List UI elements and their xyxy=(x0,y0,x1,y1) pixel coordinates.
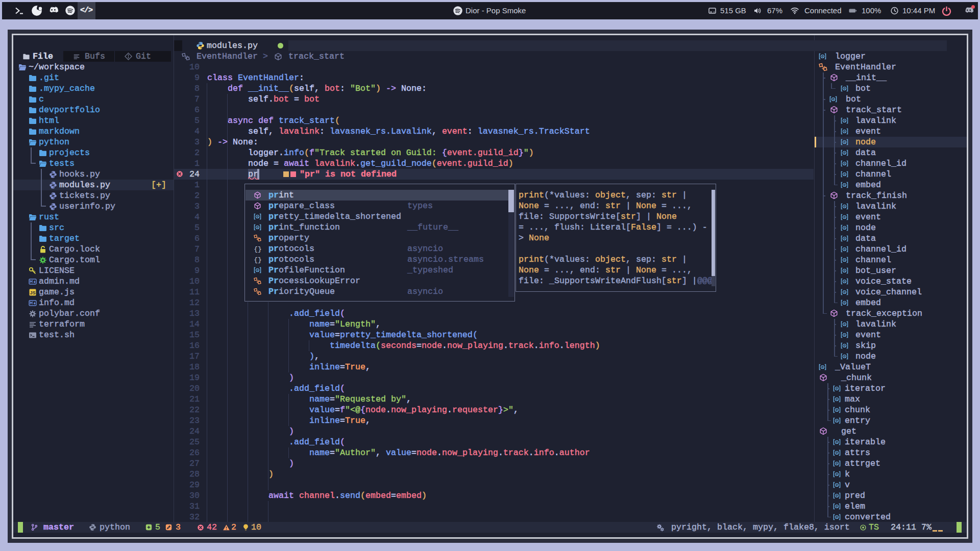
svg-text:{}: {} xyxy=(254,245,262,253)
svg-text:JS: JS xyxy=(30,290,35,295)
svg-text:{}: {} xyxy=(254,256,262,264)
